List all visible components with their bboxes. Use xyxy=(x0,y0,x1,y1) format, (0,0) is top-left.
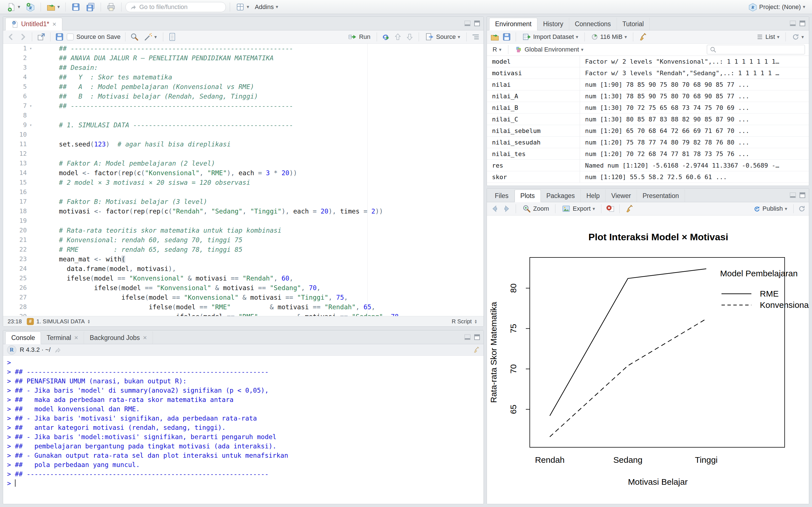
tab-presentation[interactable]: Presentation xyxy=(637,189,685,202)
environment-search-box[interactable] xyxy=(707,45,805,54)
tab-viewer[interactable]: Viewer xyxy=(606,189,637,202)
run-button[interactable]: Run xyxy=(346,32,372,42)
source-on-save-checkbox[interactable] xyxy=(67,34,73,40)
code-line[interactable]: 24 data.frame(model, motivasi), xyxy=(3,264,484,274)
code-line[interactable]: 3 ## Desain: xyxy=(3,63,484,72)
import-dataset-button[interactable]: Import Dataset ▾ xyxy=(520,32,580,42)
source-button[interactable]: Source ▾ xyxy=(423,32,462,42)
find-icon[interactable] xyxy=(130,33,139,41)
code-line[interactable]: 6 ## B : Motivasi belajar (Rendah, Sedan… xyxy=(3,92,484,101)
section-navigator[interactable]: # 1. SIMULASI DATA ▲▼ xyxy=(25,318,92,326)
clear-environment-icon[interactable] xyxy=(638,33,647,41)
zoom-plot-button[interactable]: Zoom xyxy=(520,204,551,214)
tab-untitled1[interactable]: R Untitled1* × xyxy=(5,18,62,31)
environment-object-row[interactable]: resNamed num [1:120] -5.6168 -2.9744 11.… xyxy=(487,160,809,171)
refresh-environment-button[interactable]: ▾ xyxy=(790,33,806,41)
save-button[interactable] xyxy=(70,2,82,12)
tab-files[interactable]: Files xyxy=(489,189,515,202)
code-line[interactable]: 11 set.seed(123) # agar hasil bisa direp… xyxy=(3,139,484,149)
maximize-pane-icon[interactable] xyxy=(799,192,806,199)
code-line[interactable]: 15 # 2 model × 3 motivasi × 20 siswa = 1… xyxy=(3,178,484,187)
pane-layout-button[interactable]: ▾ xyxy=(234,2,251,12)
tab-history[interactable]: History xyxy=(538,18,569,30)
print-button[interactable] xyxy=(105,2,117,12)
code-line[interactable]: 19 xyxy=(3,216,484,226)
addins-menu[interactable]: Addins ▾ xyxy=(253,3,280,11)
list-view-button[interactable]: List ▾ xyxy=(755,33,781,41)
tab-terminal[interactable]: Terminal × xyxy=(41,332,84,344)
new-project-button[interactable]: R xyxy=(24,2,37,12)
forward-icon[interactable] xyxy=(18,33,28,41)
next-plot-icon[interactable] xyxy=(502,204,511,213)
fold-icon[interactable]: ▾ xyxy=(27,120,35,130)
environment-object-row[interactable]: modelFactor w/ 2 levels "Konvensional",.… xyxy=(487,56,809,67)
tab-background-jobs[interactable]: Background Jobs × xyxy=(84,332,153,344)
code-line[interactable]: 25 ifelse(model == "Konvensional" & moti… xyxy=(3,274,484,283)
clear-console-icon[interactable] xyxy=(472,346,479,353)
code-line[interactable]: 13 # Faktor A: Model pembelajaran (2 lev… xyxy=(3,159,484,168)
go-previous-chunk-icon[interactable] xyxy=(393,33,402,41)
code-line[interactable]: 26 ifelse(model == "Konvensional" & moti… xyxy=(3,283,484,293)
code-line[interactable]: 20 # Rata-rata teoritis skor matematika … xyxy=(3,226,484,235)
rerun-icon[interactable] xyxy=(382,33,391,41)
maximize-pane-icon[interactable] xyxy=(473,334,481,341)
environment-object-row[interactable]: nilai_sesudahnum [1:20] 75 78 77 74 80 7… xyxy=(487,136,809,148)
tab-console[interactable]: Console xyxy=(5,332,41,344)
code-line[interactable]: 5 ## A : Model pembelajaran (Konvensiona… xyxy=(3,82,484,92)
open-file-button[interactable]: ▾ xyxy=(45,2,62,12)
close-icon[interactable]: × xyxy=(143,334,147,341)
minimize-pane-icon[interactable] xyxy=(789,192,797,199)
code-tools-button[interactable]: ▾ xyxy=(142,32,159,42)
code-editor[interactable]: 1▾## -----------------------------------… xyxy=(3,44,484,316)
project-menu[interactable]: R Project: (None) ▾ xyxy=(747,2,807,12)
environment-object-row[interactable]: nilai_Anum [1:30] 78 85 90 75 80 70 68 9… xyxy=(487,91,809,102)
code-line[interactable]: 2 ## ANAVA DUA JALUR R – PENELITIAN PEND… xyxy=(3,53,484,63)
code-line[interactable]: 14 model <- factor(rep(c("Konvensional",… xyxy=(3,168,484,178)
tab-help[interactable]: Help xyxy=(581,189,606,202)
load-workspace-icon[interactable] xyxy=(490,33,499,41)
code-line[interactable]: 10 xyxy=(3,130,484,139)
goto-input[interactable] xyxy=(139,3,222,11)
tab-plots[interactable]: Plots xyxy=(515,189,541,202)
back-icon[interactable] xyxy=(6,33,15,41)
minimize-pane-icon[interactable] xyxy=(464,20,471,27)
clear-all-plots-icon[interactable] xyxy=(624,204,633,213)
compile-report-icon[interactable] xyxy=(168,33,177,41)
minimize-pane-icon[interactable] xyxy=(464,334,471,341)
code-line[interactable]: 1▾## -----------------------------------… xyxy=(3,44,484,53)
code-line[interactable]: 9▾# 1. SIMULASI DATA -------------------… xyxy=(3,120,484,130)
tab-connections[interactable]: Connections xyxy=(569,18,617,30)
maximize-pane-icon[interactable] xyxy=(799,20,806,27)
language-selector[interactable]: R ▾ xyxy=(491,45,503,54)
environment-selector[interactable]: Global Environment ▾ xyxy=(513,45,585,54)
code-line[interactable]: 23 mean_mat <- with( xyxy=(3,255,484,264)
code-line[interactable]: 4 ## Y : Skor tes matematika xyxy=(3,72,484,82)
previous-plot-icon[interactable] xyxy=(490,204,499,213)
console-output[interactable]: >> ## ----------------------------------… xyxy=(3,356,484,504)
save-icon[interactable] xyxy=(55,33,64,41)
code-line[interactable]: 28 ifelse(model == "RME" & motivasi == "… xyxy=(3,302,484,312)
environment-object-row[interactable]: motivasiFactor w/ 3 levels "Rendah","Sed… xyxy=(487,67,809,79)
go-next-chunk-icon[interactable] xyxy=(405,33,414,41)
code-line[interactable]: 8 xyxy=(3,111,484,120)
save-all-button[interactable] xyxy=(84,2,97,12)
environment-object-row[interactable]: nilai_Bnum [1:30] 70 72 75 65 68 73 74 7… xyxy=(487,102,809,114)
export-plot-button[interactable]: Export ▾ xyxy=(560,204,597,214)
code-line[interactable]: 29 ifelse(model == "RME" & motivasi == "… xyxy=(3,312,484,316)
code-line[interactable]: 7▾## -----------------------------------… xyxy=(3,101,484,111)
new-file-button[interactable]: ▾ xyxy=(5,2,22,12)
code-line[interactable]: 27 ifelse(model == "Konvensional" & moti… xyxy=(3,293,484,302)
code-line[interactable]: 22 # RME : rendah 65, sedang 78, tinggi … xyxy=(3,245,484,255)
environment-search-input[interactable] xyxy=(718,46,802,53)
memory-usage-button[interactable]: 116 MiB ▾ xyxy=(589,33,629,41)
environment-object-row[interactable]: nilainum [1:90] 78 85 90 75 80 70 68 90 … xyxy=(487,79,809,91)
code-line[interactable]: 18 motivasi <- factor(rep(rep(c("Rendah"… xyxy=(3,207,484,216)
remove-plot-icon[interactable] xyxy=(606,204,615,213)
goto-file-function-box[interactable] xyxy=(125,2,226,12)
tab-tutorial[interactable]: Tutorial xyxy=(617,18,650,30)
fold-icon[interactable]: ▾ xyxy=(27,44,35,53)
tab-environment[interactable]: Environment xyxy=(489,18,538,31)
tab-packages[interactable]: Packages xyxy=(541,189,581,202)
code-line[interactable]: 17 # Faktor B: Motivasi belajar (3 level… xyxy=(3,197,484,207)
refresh-plot-icon[interactable] xyxy=(798,205,806,212)
